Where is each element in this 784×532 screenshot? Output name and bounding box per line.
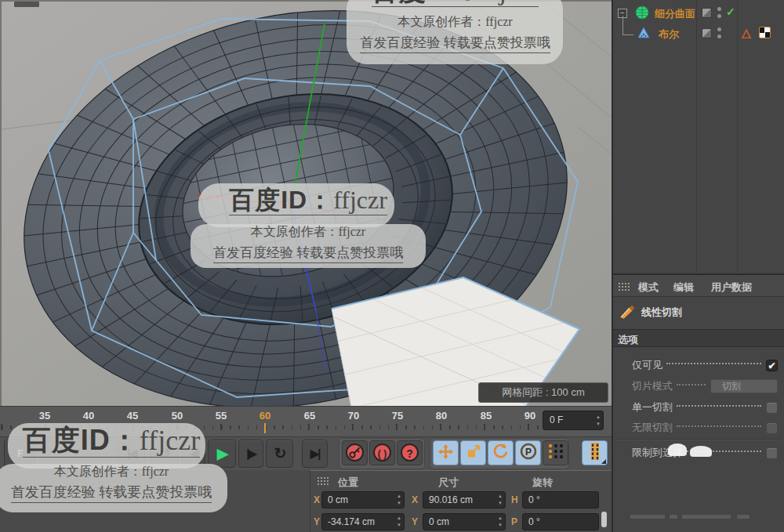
watermark-arc xyxy=(668,443,687,456)
viewport-corner-label xyxy=(14,2,39,7)
p-glyph: P xyxy=(524,447,531,458)
watermark-bottom-left: 百度ID：ffjczr 本文原创作者：ffjczr 首发百度经验 转载要点赞投票… xyxy=(0,422,227,503)
position-y-field[interactable]: -34.174 cm ▲▼ xyxy=(321,513,405,530)
keying-help-button[interactable]: ? xyxy=(397,440,423,465)
position-x-field[interactable]: 0 cm ▲▼ xyxy=(321,491,405,508)
knife-icon xyxy=(619,304,637,323)
tab-user-data[interactable]: 用户数据 xyxy=(711,280,752,295)
editor-visibility-dot[interactable] xyxy=(717,27,721,31)
attribute-manager-header: 模式 编辑 用户数据 xyxy=(613,273,784,297)
status-smudge xyxy=(630,515,665,519)
editor-visibility-dot[interactable] xyxy=(717,7,721,11)
coordinate-system-button[interactable]: P xyxy=(515,440,541,465)
timeline-playhead[interactable] xyxy=(264,423,266,433)
rotate-lock-button[interactable] xyxy=(488,440,514,465)
position-header: 位置 xyxy=(338,476,358,490)
size-y-field[interactable]: 0 cm ▲▼ xyxy=(423,513,506,530)
object-row-subdivision-surface[interactable]: − 细分曲面 ✓ xyxy=(613,3,784,24)
options-section-bar[interactable]: 选项 xyxy=(613,329,784,347)
p-circle-icon: P xyxy=(520,443,537,463)
move-icon xyxy=(437,443,454,463)
question-icon: ? xyxy=(401,443,419,461)
auto-key-icon: ( ) xyxy=(373,443,391,461)
render-visibility-dot[interactable] xyxy=(717,34,721,38)
move-lock-button[interactable] xyxy=(433,440,459,465)
watermark-arc xyxy=(690,446,712,457)
frame-tick: 40 xyxy=(83,410,94,422)
tab-mode[interactable]: 模式 xyxy=(638,280,659,295)
coords-scrollbar-thumb[interactable] xyxy=(601,512,607,527)
attribute-grip-icon[interactable] xyxy=(618,282,631,291)
frame-tick: 90 xyxy=(524,410,535,422)
watermark-top: 百度ID：ffjczr 本文原创作者：ffjczr 首发百度经验 转载要点赞投票… xyxy=(343,0,567,53)
key-icon xyxy=(346,443,364,461)
render-settings-button[interactable] xyxy=(582,440,608,465)
frame-tick: 80 xyxy=(436,410,447,422)
tab-edit[interactable]: 编辑 xyxy=(673,280,694,295)
frame-tick: 75 xyxy=(392,410,403,422)
auto-keying-button[interactable]: ( ) xyxy=(369,440,395,465)
size-x-field[interactable]: 90.016 cm ▲▼ xyxy=(423,491,506,508)
infinite-cut-checkbox[interactable] xyxy=(766,422,778,434)
option-slice-mode: 切片模式 切割 xyxy=(632,378,778,394)
frame-tick-current: 60 xyxy=(260,410,270,422)
single-cut-checkbox[interactable] xyxy=(766,402,778,414)
filmstrip-icon xyxy=(587,442,603,464)
rotation-header: 旋转 xyxy=(532,476,553,490)
loop-button[interactable]: ↻ xyxy=(266,440,293,468)
frame-tick: 65 xyxy=(304,410,315,422)
rotation-p-field[interactable]: 0 ° xyxy=(522,513,599,530)
phong-tag-icon[interactable]: △ xyxy=(742,26,751,40)
object-row-boole[interactable]: 布尔 △ xyxy=(613,24,784,44)
options-divider xyxy=(616,439,781,440)
record-keyframe-button[interactable] xyxy=(342,440,368,465)
rotation-h-field[interactable]: 0 ° xyxy=(522,491,599,508)
visible-only-checkbox[interactable]: ✔ xyxy=(766,360,778,371)
frame-spinner[interactable]: ▲▼ xyxy=(596,414,601,429)
flyout-corner xyxy=(601,459,606,464)
boole-icon xyxy=(637,26,651,43)
slice-mode-dropdown[interactable]: 切割 xyxy=(710,379,778,393)
layer-icon[interactable] xyxy=(702,28,712,38)
option-visible-only: 仅可见 ✔ xyxy=(632,357,778,373)
rotate-icon xyxy=(492,443,509,463)
status-smudge xyxy=(682,515,731,519)
current-frame-field[interactable]: 0 F ▲▼ xyxy=(543,411,604,430)
option-single-cut: 单一切割 xyxy=(632,400,778,415)
enabled-check-icon[interactable]: ✓ xyxy=(726,5,735,18)
frame-tick: 35 xyxy=(39,410,50,422)
goto-end-button[interactable]: ▶| xyxy=(302,440,328,468)
frame-tick: 55 xyxy=(216,410,227,422)
scale-lock-button[interactable] xyxy=(460,440,486,465)
layer-icon[interactable] xyxy=(702,8,712,18)
frame-tick: 50 xyxy=(172,410,183,422)
frame-tick: 70 xyxy=(348,410,359,422)
subdivision-surface-icon xyxy=(635,5,649,23)
next-frame-button[interactable]: |▶ xyxy=(238,440,263,468)
option-infinite-cut: 无限切割 xyxy=(632,420,778,436)
dots-grid-icon xyxy=(547,443,564,463)
restrict-selection-checkbox[interactable] xyxy=(766,447,778,459)
size-header: 尺寸 xyxy=(438,476,459,490)
panel-grip-icon[interactable] xyxy=(317,476,330,486)
render-visibility-dot[interactable] xyxy=(717,14,721,18)
coordinates-panel: 位置 尺寸 旋转 X 0 cm ▲▼ X 90.016 cm ▲▼ H 0 ° … xyxy=(310,470,612,532)
status-smudge xyxy=(737,515,750,519)
active-tool-row: 线性切割 xyxy=(613,299,784,325)
watermark-center: 百度ID：ffjczr 本文原创作者：ffjczr 首发百度经验 转载要点赞投票… xyxy=(191,183,426,263)
grid-spacing-label: 网格间距 : 100 cm xyxy=(478,382,608,403)
frame-tick: 85 xyxy=(481,410,492,422)
scale-icon xyxy=(466,443,481,462)
tool-title: 线性切割 xyxy=(641,306,682,320)
status-smudge xyxy=(670,515,677,519)
frame-tick: 45 xyxy=(127,410,138,422)
snap-grid-button[interactable] xyxy=(543,440,568,465)
cinema4d-window: 网格间距 : 100 cm 35 40 45 50 55 60 65 70 75… xyxy=(0,0,784,532)
selection-tag-icon[interactable] xyxy=(759,27,771,38)
